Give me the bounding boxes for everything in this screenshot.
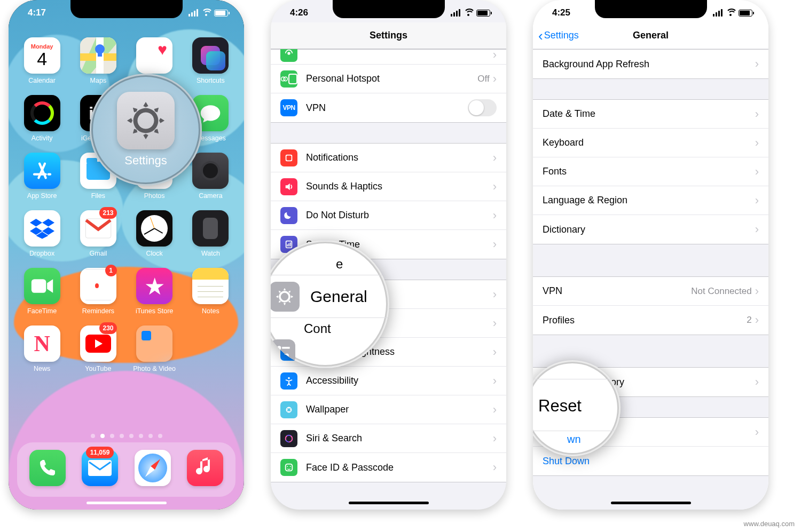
home-indicator[interactable] (611, 502, 691, 504)
phone-general-settings: 4:25 ‹ Settings General Background App R… (533, 0, 768, 510)
app-itunes-store[interactable]: ★ iTunes Store (132, 268, 177, 315)
row-notifications[interactable]: Notifications › (271, 144, 506, 172)
row-do-not-disturb[interactable]: Do Not Disturb › (271, 201, 506, 230)
dock-mail[interactable]: 11,059 (82, 450, 118, 489)
app-shortcuts[interactable]: Shortcuts (188, 37, 233, 84)
svg-point-47 (288, 411, 290, 412)
chevron-right-icon: › (493, 374, 497, 388)
svg-point-48 (286, 409, 288, 410)
app-label: Camera (199, 192, 222, 200)
chevron-right-icon: › (493, 180, 497, 194)
row-keyboard[interactable]: Keyboard › (533, 129, 768, 157)
dnd-icon (280, 207, 297, 224)
row-label: Keyboard (543, 137, 755, 148)
row-personal-hotspot[interactable]: Personal Hotspot Off › (271, 65, 506, 93)
chevron-right-icon: › (755, 57, 759, 71)
app-label: Gmail (90, 250, 107, 257)
row-dictionary[interactable]: Dictionary › (533, 215, 768, 244)
app-facetime[interactable]: FaceTime (19, 268, 65, 315)
dock-music[interactable] (187, 450, 223, 489)
status-time: 4:25 (552, 7, 570, 18)
app-label: Clock (146, 250, 162, 257)
notifications-icon (280, 149, 297, 166)
row-language-region[interactable]: Language & Region › (533, 186, 768, 215)
vpn-toggle[interactable] (468, 99, 497, 116)
gmail-badge: 213 (99, 207, 116, 219)
vpn-icon: VPN (280, 99, 297, 116)
chevron-right-icon: › (755, 223, 759, 236)
app-camera[interactable]: Camera (188, 153, 233, 200)
battery-icon (739, 10, 752, 17)
row-fonts[interactable]: Fonts › (533, 157, 768, 186)
notes-icon (192, 268, 229, 304)
health-icon: ♥ (136, 37, 172, 74)
svg-marker-20 (42, 219, 54, 226)
dock-phone[interactable] (29, 450, 66, 489)
app-maps[interactable]: Maps (75, 37, 121, 84)
app-calendar[interactable]: Monday 4 Calendar (19, 37, 65, 84)
row-cellular[interactable]: . › (271, 50, 506, 65)
row-sounds-haptics[interactable]: Sounds & Haptics › (271, 172, 506, 201)
chevron-right-icon: › (755, 375, 759, 389)
row-background-app-refresh[interactable]: Background App Refresh › (533, 50, 768, 78)
camera-icon (192, 153, 229, 189)
row-label: Siri & Search (306, 433, 493, 444)
app-folder-photo-video[interactable]: Photo & Video (132, 325, 177, 372)
row-date-time[interactable]: Date & Time › (533, 100, 768, 129)
page-indicator[interactable] (91, 434, 162, 438)
app-label: Shortcuts (197, 77, 225, 84)
notch (333, 0, 445, 18)
app-youtube[interactable]: 230 YouTube (75, 325, 121, 372)
reminders-badge: 1 (105, 265, 117, 276)
magnifier-label: Settings (124, 154, 167, 168)
dock-safari[interactable] (135, 450, 171, 489)
row-label: VPN (306, 102, 468, 114)
row-vpn[interactable]: VPN Not Connected › (533, 277, 768, 306)
back-label: Settings (544, 30, 579, 41)
svg-marker-19 (30, 219, 42, 226)
wallpaper-icon (280, 401, 297, 418)
svg-point-43 (288, 377, 290, 379)
back-button[interactable]: ‹ Settings (538, 29, 579, 43)
app-appstore[interactable]: App Store (19, 153, 65, 200)
dock: 11,059 (17, 442, 235, 497)
app-clock[interactable]: Clock (132, 210, 177, 257)
svg-rect-35 (287, 244, 288, 247)
chevron-right-icon: › (493, 345, 497, 359)
chevron-right-icon: › (493, 316, 497, 330)
app-gmail[interactable]: 213 Gmail (75, 210, 121, 257)
app-label: Watch (201, 250, 220, 257)
row-vpn[interactable]: VPN VPN (271, 93, 506, 122)
chevron-right-icon: › (755, 136, 759, 150)
app-notes[interactable]: Notes (188, 268, 233, 315)
row-face-id-passcode[interactable]: Face ID & Passcode › (271, 453, 506, 482)
home-indicator[interactable] (87, 502, 167, 504)
app-reminders[interactable]: 1 Reminders (75, 268, 121, 315)
app-watch[interactable]: Watch (188, 210, 233, 257)
faceid-icon (280, 459, 297, 476)
row-profiles[interactable]: Profiles 2 › (533, 306, 768, 335)
app-activity[interactable]: Activity (19, 95, 65, 142)
svg-marker-26 (47, 279, 53, 293)
app-dropbox[interactable]: Dropbox (19, 210, 65, 257)
app-news[interactable]: N News (19, 325, 65, 372)
mail-badge: 11,059 (86, 447, 114, 458)
row-wallpaper[interactable]: Wallpaper › (271, 395, 506, 424)
app-label: Dropbox (29, 250, 54, 257)
app-label: Photo & Video (133, 365, 176, 372)
svg-point-53 (290, 466, 291, 467)
youtube-badge: 230 (99, 322, 116, 334)
row-siri-search[interactable]: Siri & Search › (271, 424, 506, 453)
row-accessibility[interactable]: Accessibility › (271, 367, 506, 395)
music-icon (187, 450, 223, 486)
svg-rect-32 (287, 155, 292, 160)
magnifier-top-fragment: e (336, 257, 343, 272)
home-indicator[interactable] (349, 502, 429, 504)
battery-icon (214, 10, 228, 17)
wifi-icon (726, 10, 735, 17)
row-label: VPN (543, 285, 691, 297)
siri-icon (280, 430, 297, 447)
app-label: News (34, 365, 50, 372)
chevron-right-icon: › (493, 460, 497, 474)
app-label: Maps (90, 77, 107, 84)
